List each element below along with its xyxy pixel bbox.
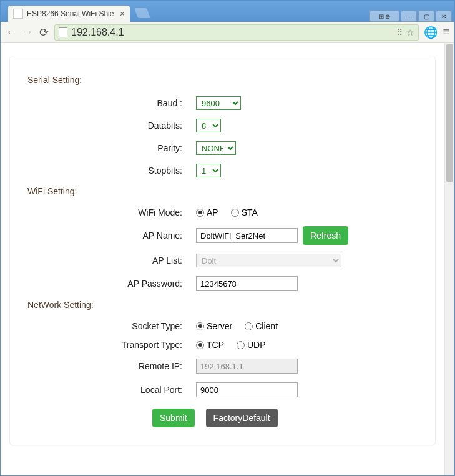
scroll-thumb[interactable] [446,44,453,182]
parity-label: Parity: [27,143,196,153]
apname-input[interactable] [196,228,298,243]
apname-label: AP Name: [27,231,196,240]
transport-tcp-radio[interactable]: TCP [196,340,224,350]
transport-udp-radio[interactable]: UDP [237,340,266,350]
chrome-window: ESP8266 Serial WiFi Shie × ⊞ ⊕ — ▢ ✕ ← →… [0,0,455,476]
aplist-label: AP List: [27,255,196,265]
browser-tab[interactable]: ESP8266 Serial WiFi Shie × [8,6,130,22]
transport-label: Transport Type: [27,340,196,350]
tab-title: ESP8266 Serial WiFi Shie [27,9,117,18]
radio-unchecked-icon [231,209,239,217]
url-text: 192.168.4.1 [71,27,393,38]
maximize-button[interactable]: ▢ [418,11,434,22]
socket-label: Socket Type: [27,321,196,331]
factory-default-button[interactable]: FactoryDefault [206,409,278,427]
titlebar: ESP8266 Serial WiFi Shie × ⊞ ⊕ — ▢ ✕ [1,1,454,22]
page-content: Serial Setting: Baud : 9600 Databits: 8 … [1,43,444,475]
radio-unchecked-icon [237,341,245,349]
toolbar: ← → ⟳ 192.168.4.1 ⠿ ☆ 🌐 ≡ [1,22,454,43]
appassword-input[interactable] [196,276,298,291]
parity-select[interactable]: NONE [196,141,236,155]
address-bar[interactable]: 192.168.4.1 ⠿ ☆ [54,24,419,41]
refresh-button[interactable]: Refresh [303,226,348,245]
databits-select[interactable]: 8 [196,119,221,132]
forward-button[interactable]: → [22,26,33,39]
socket-client-radio[interactable]: Client [245,321,278,331]
serial-section-title: Serial Setting: [27,75,418,85]
extension-icons[interactable]: ⊞ ⊕ [369,11,399,22]
close-window-button[interactable]: ✕ [436,11,452,22]
wifi-section-title: WiFi Setting: [27,186,418,196]
back-button[interactable]: ← [6,26,17,39]
remoteip-label: Remote IP: [27,361,196,371]
radio-unchecked-icon [245,322,253,330]
baud-select[interactable]: 9600 [196,96,241,110]
radio-checked-icon [196,341,204,349]
translate-icon[interactable]: ⠿ [396,27,403,37]
bookmark-icon[interactable]: ☆ [406,27,414,37]
socket-server-radio[interactable]: Server [196,321,232,331]
close-tab-icon[interactable]: × [120,9,125,19]
window-controls: ⊞ ⊕ — ▢ ✕ [369,9,452,22]
stopbits-label: Stopbits: [27,166,196,176]
radio-checked-icon [196,209,204,217]
page-icon [59,27,67,37]
localport-label: Local Port: [27,385,196,395]
new-tab-button[interactable] [134,8,150,18]
scrollbar[interactable] [444,43,454,475]
viewport: Serial Setting: Baud : 9600 Databits: 8 … [1,43,454,475]
wifimode-label: WiFi Mode: [27,207,196,217]
file-icon [13,9,23,19]
localport-input[interactable] [196,382,298,397]
appassword-label: AP Password: [27,279,196,289]
settings-panel: Serial Setting: Baud : 9600 Databits: 8 … [9,56,436,445]
aplist-select[interactable]: Doit [196,254,341,267]
radio-checked-icon [196,322,204,330]
baud-label: Baud : [27,98,196,108]
reload-button[interactable]: ⟳ [38,26,49,39]
databits-label: Databits: [27,121,196,131]
network-section-title: NetWork Setting: [27,300,418,310]
stopbits-select[interactable]: 1 [196,164,221,177]
submit-button[interactable]: Submit [152,409,195,427]
wifimode-sta-radio[interactable]: STA [231,207,258,217]
menu-icon[interactable]: ≡ [443,26,449,39]
minimize-button[interactable]: — [401,11,417,22]
wifimode-ap-radio[interactable]: AP [196,207,218,217]
remoteip-input [196,359,298,374]
globe-icon[interactable]: 🌐 [424,26,438,39]
